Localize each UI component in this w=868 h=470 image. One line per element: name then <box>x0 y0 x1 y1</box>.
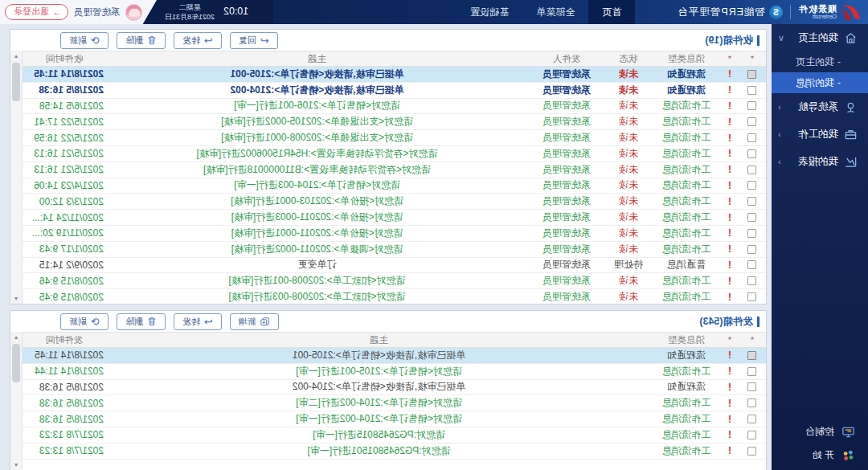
inbox-row[interactable]: ! 工作流消息未读 系统管理员请您对<存货浮动转换率设置>:H54R150060… <box>23 146 766 162</box>
outbox-row[interactable]: ! 工作流消息请您对:PG26458015进行[一审] 2021/7/8 13:… <box>23 427 766 443</box>
message-subject: 请您对<报价单>:202011-0001进行[审核] <box>106 227 528 240</box>
row-checkbox[interactable] <box>739 431 766 439</box>
inbox-row[interactable]: ! 工作流消息未读 系统管理员请您对<调拨单>:202011-0002进行[审核… <box>23 242 766 258</box>
inbox-row[interactable]: ! 工作流消息未读 系统管理员请您对<销售订单>:2106-001进行[一审] … <box>23 99 766 115</box>
row-checkbox[interactable] <box>739 213 766 222</box>
scroll-down-arrow[interactable]: ▼ <box>10 293 22 304</box>
row-checkbox[interactable] <box>739 70 766 79</box>
refresh-icon: ⟳ <box>91 317 100 327</box>
message-status: 未读 <box>605 274 652 288</box>
refresh-button[interactable]: ⟳ 刷新 <box>60 313 108 330</box>
row-checkbox[interactable] <box>739 117 766 126</box>
logout-button[interactable]: → 退出登录 <box>5 4 68 20</box>
scroll-up-arrow[interactable]: ▲ <box>10 51 22 61</box>
avatar[interactable] <box>126 4 143 21</box>
row-checkbox[interactable] <box>739 245 766 254</box>
row-checkbox[interactable] <box>739 149 766 158</box>
inbox-row[interactable]: ! 流程通知未读 系统管理员单据已审核,请接收<销售订单>:2104-002 2… <box>23 83 766 99</box>
inbox-row[interactable]: ! 工作流消息未读 系统管理员请您对<销售订单>:2104-003进行[一审] … <box>23 178 766 194</box>
inbox-row[interactable]: ! 普通消息待处理 系统管理员订单变更 2020/9/2 14:15 <box>23 258 766 274</box>
inbox-row[interactable]: ! 流程通知未读 系统管理员单据已审核,请接收<销售订单>:2105-001 2… <box>23 67 766 83</box>
message-sender: 系统管理员 <box>528 99 605 112</box>
inbox-scrollbar[interactable]: ▲ ▼ <box>10 51 23 304</box>
outbox-table: **消息类型主题发件时间 ! 流程通知单据已审核,请接收<销售订单>:2105-… <box>23 332 766 470</box>
outbox-row[interactable]: ! 流程通知单据已审核,请接收<销售订单>:2105-001 2021/8/14… <box>23 348 766 364</box>
message-type: 工作流消息 <box>652 131 721 145</box>
column-header: 消息类型 <box>652 53 721 65</box>
importance-flag-icon: ! <box>721 260 739 271</box>
outbox-scrollbar[interactable]: ▲ ▼ <box>10 332 23 470</box>
row-checkbox[interactable] <box>739 166 766 174</box>
message-time: 2021/7/8 13:23 <box>23 445 106 456</box>
message-subject: 单据已审核,请接收<销售订单>:2105-001 <box>106 349 652 362</box>
row-checkbox[interactable] <box>739 260 766 269</box>
scroll-up-arrow[interactable]: ▲ <box>10 332 22 342</box>
sidebar-bottom-1[interactable]: 开 始 <box>772 443 868 467</box>
outbox-row[interactable]: ! 工作流消息请您对<销售订单>:2104-002进行[二审] 2021/8/5… <box>23 395 766 411</box>
row-checkbox[interactable] <box>739 197 766 206</box>
sidebar-bottom-0[interactable]: 控制台 <box>772 420 868 443</box>
scroll-thumb[interactable] <box>12 344 20 382</box>
message-sender: 系统管理员 <box>528 84 605 97</box>
scroll-thumb[interactable] <box>12 63 20 101</box>
message-sender: 系统管理员 <box>528 163 605 177</box>
forward-button[interactable]: ↪ 转发 <box>174 313 222 330</box>
nav-tab-0[interactable]: 首页 <box>588 0 635 24</box>
inbox-row[interactable]: ! 工作流消息未读 系统管理员请您对<报价单>:202011-0003进行[审核… <box>23 210 766 226</box>
message-type: 工作流消息 <box>652 147 721 161</box>
importance-flag-icon: ! <box>721 398 739 409</box>
nav-tab-2[interactable]: 基础设置 <box>457 0 522 24</box>
row-checkbox[interactable] <box>739 86 766 95</box>
inbox-row[interactable]: ! 工作流消息未读 系统管理员请您对<支出退领单>:202105-0002进行[… <box>23 114 766 130</box>
inbox-row[interactable]: ! 工作流消息未读 系统管理员请您对<报价单>:202011-0001进行[审核… <box>23 226 766 242</box>
row-checkbox[interactable] <box>739 133 766 142</box>
clock: 10:02 <box>223 6 248 17</box>
row-checkbox[interactable] <box>739 101 766 110</box>
row-checkbox[interactable] <box>739 367 766 376</box>
new-button[interactable]: 新增 <box>230 313 279 330</box>
delete-button[interactable]: 删除 <box>117 32 166 49</box>
sidebar-subitem-0-1[interactable]: -我的消息 <box>772 72 868 93</box>
row-checkbox[interactable] <box>739 382 766 391</box>
row-checkbox[interactable] <box>739 398 766 407</box>
row-checkbox[interactable] <box>739 229 766 238</box>
row-checkbox[interactable] <box>739 351 766 360</box>
outbox-row[interactable]: ! 工作流消息请您对<销售订单>:2104-002进行[一审] 2021/8/5… <box>23 411 766 427</box>
importance-flag-icon: ! <box>721 148 739 159</box>
sidebar-item-3[interactable]: 我的报表 › <box>772 148 868 175</box>
outbox-row[interactable]: ! 工作流消息请您对<销售订单>:2105-001进行[一审] 2021/8/1… <box>23 364 766 380</box>
column-header: 消息类型 <box>652 334 721 346</box>
sidebar-subitem-0-0[interactable]: -我的主页 <box>772 51 868 72</box>
inbox-row[interactable]: ! 工作流消息未读 系统管理员请您对<扣款工单>:202008-001进行[审核… <box>23 273 766 289</box>
outbox-row[interactable]: ! 工作流消息请您对:PG2645801501进行[一审] 2021/7/8 1… <box>23 443 766 460</box>
row-checkbox[interactable] <box>739 292 766 301</box>
inbox-row[interactable]: ! 工作流消息未读 系统管理员请您对<扣款工单>:202008-003进行[审核… <box>23 289 766 304</box>
sidebar-item-1[interactable]: 系统导航 › <box>772 93 868 121</box>
message-sender: 系统管理员 <box>528 178 605 192</box>
message-time: 2021/8/5 16:38 <box>23 398 106 409</box>
inbox-row[interactable]: ! 工作流消息未读 系统管理员请您对<报价单>:202103-0001进行[审核… <box>23 194 766 210</box>
forward-button[interactable]: ↪ 转发 <box>174 32 222 49</box>
importance-flag-icon: ! <box>721 84 739 96</box>
row-checkbox[interactable] <box>739 276 766 285</box>
row-checkbox[interactable] <box>739 447 766 456</box>
inbox-row[interactable]: ! 工作流消息未读 系统管理员请您对<存货浮动转换率设置>:B110000018… <box>23 162 766 178</box>
reply-button[interactable]: ↩ 回复 <box>230 32 278 49</box>
scroll-down-arrow[interactable]: ▼ <box>10 460 22 470</box>
sidebar-item-0[interactable]: 我的主页 ∨ <box>772 24 868 51</box>
refresh-button[interactable]: ⟳ 刷新 <box>60 32 108 49</box>
message-time: 2020/1/17 9:43 <box>23 243 106 255</box>
nav-tab-1[interactable]: 全部菜单 <box>522 0 588 24</box>
inbox-row[interactable]: ! 工作流消息未读 系统管理员请您对<支出退领单>:202008-0001进行[… <box>23 130 766 146</box>
message-status: 未读 <box>605 227 652 240</box>
delete-button[interactable]: 删除 <box>117 313 166 330</box>
importance-flag-icon: ! <box>721 366 739 377</box>
row-checkbox[interactable] <box>739 181 766 190</box>
console-icon <box>841 425 855 439</box>
sidebar-item-2[interactable]: 我的工作 › <box>772 121 868 148</box>
message-type: 工作流消息 <box>652 194 721 208</box>
inbox-panel: 收件箱(19) ↩ 回复↪ 转发 删除⟳ 刷新 **消息类型状态发件人主题收件时… <box>10 29 767 304</box>
row-checkbox[interactable] <box>739 415 766 423</box>
outbox-row[interactable]: ! 流程通知单据已审核,请接收<销售订单>:2104-002 2021/8/5 … <box>23 380 766 396</box>
message-sender: 系统管理员 <box>528 274 605 288</box>
